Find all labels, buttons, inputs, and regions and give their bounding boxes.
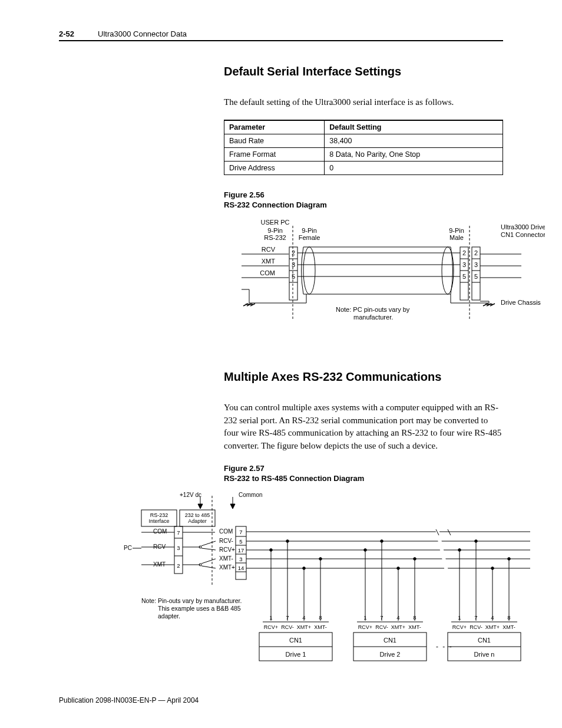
svg-marker-67 [230,504,235,509]
svg-line-111 [201,548,216,550]
heading-multi-axes: Multiple Axes RS-232 Communications [224,370,503,384]
page-number: 2-52 [59,29,74,38]
svg-text:1: 1 [363,614,366,621]
svg-text:CN1: CN1 [478,637,491,644]
svg-text:manufacturer.: manufacturer. [353,314,393,321]
svg-text:2: 2 [177,562,180,569]
cell: Frame Format [224,147,325,161]
svg-text:RCV+: RCV+ [219,546,235,553]
heading-default-serial: Default Serial Interface Settings [224,65,503,78]
svg-text:9-Pin: 9-Pin [302,227,317,234]
svg-line-114 [201,559,216,564]
svg-text:Male: Male [449,234,464,241]
svg-text:XMT-: XMT- [219,555,233,562]
svg-text:Adapter: Adapter [188,518,207,524]
fig257-caption: Figure 2.57 RS-232 to RS-485 Connection … [224,463,503,484]
page-section: Ultra3000 Connector Data [98,29,187,38]
svg-text:3: 3 [474,261,478,268]
fig256-diagram: USER PC 9-Pin RS-232 9-Pin Female 9-Pin … [239,218,503,338]
svg-text:Interface: Interface [148,518,169,524]
svg-text:7: 7 [380,614,383,621]
svg-point-175 [475,540,478,543]
svg-text:RCV: RCV [262,246,276,253]
svg-point-46 [442,247,454,294]
svg-text:Drive Chassis: Drive Chassis [501,299,541,306]
svg-text:3: 3 [239,556,242,562]
svg-text:XMT-: XMT- [503,624,515,630]
svg-text:XMT+: XMT+ [485,624,500,630]
svg-text:Note: Pin-outs vary by manufac: Note: Pin-outs vary by manufacturer. [141,597,242,604]
svg-text:COM: COM [260,269,275,276]
svg-text:RS-232: RS-232 [150,512,168,518]
th-parameter: Parameter [224,120,325,134]
svg-text:2: 2 [474,249,478,256]
svg-line-115 [201,566,216,568]
svg-text:9-Pin: 9-Pin [449,227,464,234]
svg-text:XMT+: XMT+ [219,564,235,571]
svg-text:7: 7 [239,529,242,535]
svg-point-154 [397,567,400,570]
fig256-num: Figure 2.56 [224,190,265,199]
table-row: Drive Address 0 [224,161,503,174]
label-user-pc: USER PC [261,219,290,226]
th-default-setting: Default Setting [325,120,503,134]
fig256-title: RS-232 Connection Diagram [224,200,327,209]
section2-body: You can control multiple axes systems wi… [224,401,503,453]
fig257-num: Figure 2.57 [224,464,265,473]
svg-text:RS-232: RS-232 [264,234,286,241]
svg-text:XMT-: XMT- [408,624,421,630]
svg-point-132 [286,540,289,543]
svg-text:Common: Common [239,492,263,498]
default-settings-table: Parameter Default Setting Baud Rate 38,4… [224,120,503,175]
svg-text:14: 14 [238,565,244,571]
svg-text:Female: Female [299,234,320,241]
svg-text:XMT: XMT [262,258,276,265]
svg-text:5: 5 [292,273,295,280]
svg-text:4: 4 [491,614,494,621]
section1-intro: The default setting of the Ultra3000 ser… [224,96,503,109]
cell: 0 [325,161,503,174]
svg-point-131 [270,549,273,552]
svg-text:CN1: CN1 [289,637,302,644]
svg-text:Drive 1: Drive 1 [286,651,306,658]
svg-line-123 [448,529,451,535]
svg-point-174 [458,549,461,552]
svg-text:Drive n: Drive n [474,651,495,658]
svg-text:CN1: CN1 [384,637,396,644]
svg-point-133 [303,567,306,570]
svg-text:Drive 2: Drive 2 [380,651,401,658]
cell: 8 Data, No Parity, One Stop [325,147,503,161]
svg-text:3: 3 [292,261,295,268]
fig257-title: RS-232 to RS-485 Connection Diagram [224,474,364,483]
svg-marker-65 [198,504,203,509]
svg-text:7: 7 [286,614,289,621]
svg-text:7: 7 [177,529,180,536]
table-row: Frame Format 8 Data, No Parity, One Stop [224,147,503,161]
svg-point-155 [414,558,416,561]
svg-text:17: 17 [238,547,244,554]
svg-text:1: 1 [458,614,461,621]
svg-text:5: 5 [462,273,466,280]
svg-text:Ultra3000 Drive: Ultra3000 Drive [501,223,545,230]
svg-text:5: 5 [474,273,478,280]
svg-point-45 [303,247,315,294]
svg-text:XMT+: XMT+ [297,624,311,630]
svg-text:COM: COM [153,528,167,535]
svg-text:1: 1 [269,614,272,621]
svg-text:COM: COM [219,528,233,535]
svg-text:232 to 485: 232 to 485 [185,512,210,518]
fig257-diagram: +12V dc Common RS-232 Interface 232 to 4… [118,491,503,682]
svg-text:5: 5 [239,538,242,545]
cell: 38,400 [325,134,503,147]
cell: Baud Rate [224,134,325,147]
svg-text:RCV-: RCV- [219,538,233,544]
cell: Drive Address [224,161,325,174]
svg-text:3: 3 [177,545,180,551]
fig256-caption: Figure 2.56 RS-232 Connection Diagram [224,190,503,210]
svg-text:RCV-: RCV- [375,624,388,630]
svg-text:RCV+: RCV+ [358,624,372,630]
svg-text:CN1 Connector: CN1 Connector [501,231,545,238]
svg-text:PC: PC [124,545,132,551]
svg-text:3: 3 [462,261,466,268]
svg-text:8: 8 [507,614,510,621]
